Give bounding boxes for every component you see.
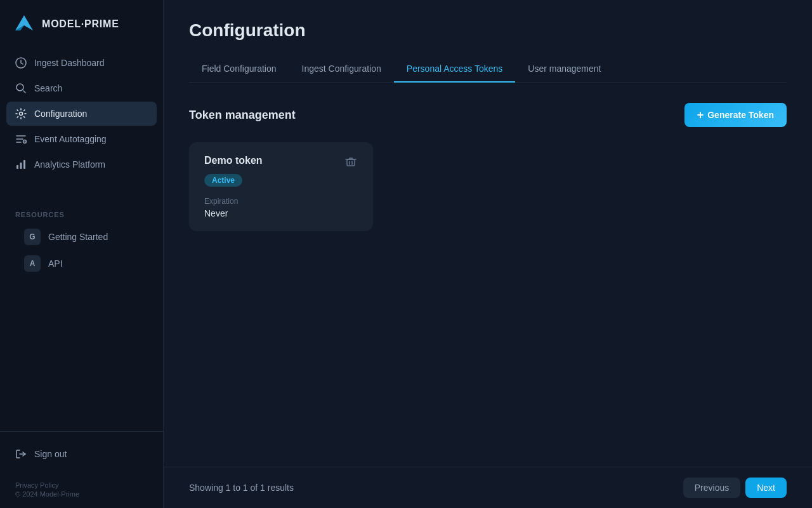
sidebar-footer: Privacy Policy © 2024 Model-Prime <box>0 476 163 508</box>
svg-rect-6 <box>16 165 18 169</box>
svg-rect-9 <box>347 159 355 166</box>
sidebar-item-label: Event Autotagging <box>34 134 107 144</box>
sidebar-item-label: Ingest Dashboard <box>34 58 105 68</box>
svg-point-4 <box>20 112 23 116</box>
main-header: Configuration Field Configuration Ingest… <box>164 0 812 83</box>
getting-started-badge: G <box>24 229 41 245</box>
delete-token-button[interactable] <box>344 155 358 169</box>
analytics-icon <box>15 159 27 170</box>
pagination-buttons: Previous Next <box>683 478 787 498</box>
logo: MODEL·PRIME <box>0 0 163 51</box>
tab-user-management[interactable]: User management <box>515 56 613 83</box>
token-management-content: Token management + Generate Token Demo t… <box>164 83 812 467</box>
sidebar-item-label: API <box>48 258 63 269</box>
resources-label: Resources <box>15 211 148 218</box>
sidebar-item-label: Search <box>34 83 62 93</box>
logo-icon <box>13 13 36 36</box>
main-content-area: Configuration Field Configuration Ingest… <box>164 0 812 508</box>
resources-section: Resources G Getting Started A API <box>0 201 163 282</box>
search-icon <box>15 83 27 94</box>
event-autotagging-icon <box>15 133 27 145</box>
copyright: © 2024 Model-Prime <box>15 490 148 498</box>
tab-field-configuration[interactable]: Field Configuration <box>189 56 289 83</box>
svg-rect-8 <box>23 160 25 169</box>
sidebar-item-analytics-platform[interactable]: Analytics Platform <box>6 152 157 177</box>
sidebar-item-configuration[interactable]: Configuration <box>6 102 157 126</box>
api-badge: A <box>24 255 41 272</box>
content-header: Token management + Generate Token <box>189 103 787 127</box>
sidebar-nav: Ingest Dashboard Search Configuration <box>0 51 163 201</box>
configuration-icon <box>15 108 27 119</box>
sidebar-item-getting-started[interactable]: G Getting Started <box>15 224 148 250</box>
trash-icon <box>345 156 357 168</box>
privacy-policy-link[interactable]: Privacy Policy <box>15 481 148 489</box>
section-title: Token management <box>189 109 296 122</box>
next-button[interactable]: Next <box>745 478 787 498</box>
token-card: Demo token Active Expiration Never <box>189 142 373 231</box>
sidebar-item-label: Analytics Platform <box>34 159 105 170</box>
sidebar-item-label: Configuration <box>34 109 87 119</box>
expiration-value: Never <box>204 208 358 218</box>
generate-token-button[interactable]: + Generate Token <box>684 103 787 127</box>
sidebar-item-ingest-dashboard[interactable]: Ingest Dashboard <box>6 51 157 75</box>
brand-name: MODEL·PRIME <box>42 18 119 30</box>
expiration-label: Expiration <box>204 197 358 206</box>
sidebar-item-search[interactable]: Search <box>6 76 157 100</box>
plus-icon: + <box>697 109 704 121</box>
sidebar: MODEL·PRIME Ingest Dashboard Search <box>0 0 164 508</box>
tab-personal-access-tokens[interactable]: Personal Access Tokens <box>394 56 516 83</box>
token-card-header: Demo token <box>204 155 358 169</box>
pagination-bar: Showing 1 to 1 of 1 results Previous Nex… <box>164 467 812 508</box>
sign-out-icon <box>15 448 27 460</box>
status-badge: Active <box>204 174 242 187</box>
token-name: Demo token <box>204 155 263 166</box>
sidebar-item-event-autotagging[interactable]: Event Autotagging <box>6 127 157 151</box>
tabs-bar: Field Configuration Ingest Configuration… <box>189 56 787 83</box>
sign-out-button[interactable]: Sign out <box>6 442 157 466</box>
svg-rect-7 <box>20 163 22 169</box>
svg-point-3 <box>16 84 23 91</box>
previous-button[interactable]: Previous <box>683 478 740 498</box>
ingest-dashboard-icon <box>15 57 27 69</box>
sidebar-item-label: Getting Started <box>48 232 108 242</box>
sidebar-bottom: Sign out <box>0 431 163 476</box>
tab-ingest-configuration[interactable]: Ingest Configuration <box>289 56 394 83</box>
sidebar-item-api[interactable]: A API <box>15 250 148 277</box>
sign-out-label: Sign out <box>34 449 67 459</box>
page-title: Configuration <box>189 20 787 41</box>
svg-marker-0 <box>15 15 33 30</box>
pagination-info: Showing 1 to 1 of 1 results <box>189 483 294 493</box>
